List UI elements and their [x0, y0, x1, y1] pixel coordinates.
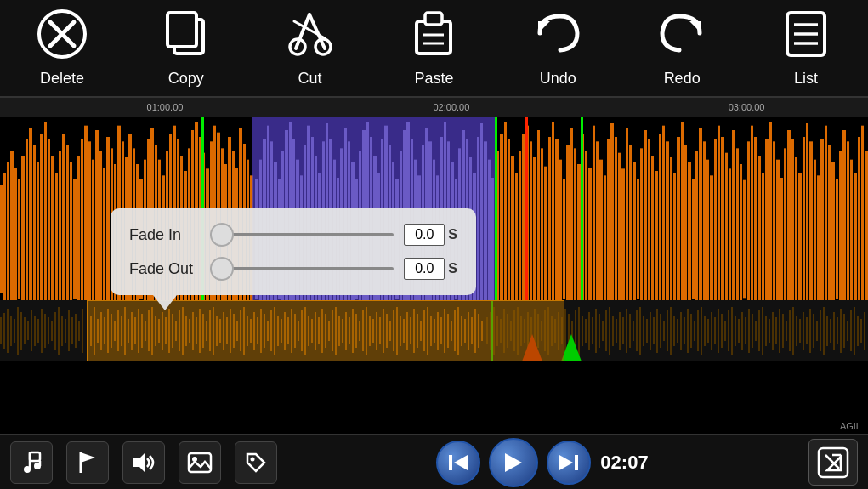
bottom-left-buttons: [10, 441, 277, 484]
svg-rect-528: [449, 455, 452, 470]
svg-rect-284: [82, 309, 83, 353]
fade-out-slider[interactable]: [210, 267, 394, 270]
svg-rect-157: [743, 180, 746, 299]
time-marker-2: 02:00.00: [433, 102, 469, 112]
svg-rect-502: [826, 316, 828, 346]
waveform-area[interactable]: 01:00.00 02:00.00 03:00.00: [0, 98, 868, 361]
svg-rect-476: [738, 319, 740, 343]
svg-rect-446: [636, 310, 638, 351]
svg-rect-119: [604, 175, 606, 302]
svg-rect-496: [806, 317, 808, 344]
svg-rect-273: [44, 314, 46, 348]
svg-rect-459: [680, 312, 682, 350]
svg-rect-124: [621, 168, 625, 309]
svg-point-527: [251, 457, 255, 461]
play-icon: [503, 452, 524, 474]
svg-rect-277: [58, 307, 60, 355]
image-icon: [187, 452, 213, 474]
redo-button[interactable]: Redo: [631, 9, 733, 88]
copy-button[interactable]: Copy: [135, 9, 237, 88]
svg-rect-454: [663, 321, 665, 341]
svg-marker-532: [559, 455, 573, 470]
music-note-button[interactable]: [10, 441, 53, 484]
svg-rect-260: [0, 317, 2, 344]
flag-button[interactable]: [66, 441, 109, 484]
svg-rect-442: [622, 317, 624, 344]
svg-rect-182: [836, 179, 838, 299]
undo-button[interactable]: Undo: [507, 9, 609, 88]
svg-rect-452: [656, 309, 658, 353]
fade-in-unit: S: [448, 227, 457, 242]
time-marker-3: 03:00.00: [729, 102, 765, 112]
svg-rect-272: [41, 309, 43, 353]
svg-rect-108: [563, 179, 565, 299]
svg-rect-450: [650, 312, 651, 350]
svg-rect-468: [711, 312, 712, 350]
svg-rect-473: [728, 310, 729, 351]
svg-rect-475: [735, 316, 736, 346]
svg-rect-187: [854, 173, 857, 305]
fade-in-value[interactable]: [404, 224, 445, 246]
cut-button[interactable]: Cut: [259, 9, 361, 88]
svg-rect-511: [857, 316, 859, 346]
fade-in-slider[interactable]: [210, 233, 394, 236]
svg-rect-432: [588, 312, 590, 350]
fade-out-value[interactable]: [404, 258, 445, 280]
svg-rect-123: [618, 153, 621, 326]
svg-marker-529: [454, 455, 468, 470]
undo-label: Undo: [540, 70, 576, 88]
svg-rect-276: [54, 312, 56, 350]
svg-rect-510: [854, 307, 855, 355]
mini-waveform-strip[interactable]: [0, 300, 868, 361]
svg-rect-167: [780, 178, 783, 300]
svg-rect-176: [814, 160, 816, 319]
play-button[interactable]: [489, 438, 538, 487]
svg-rect-45: [92, 160, 94, 319]
svg-rect-437: [605, 310, 607, 351]
svg-rect-443: [626, 309, 627, 353]
svg-rect-466: [704, 316, 706, 346]
svg-marker-530: [505, 453, 522, 472]
svg-rect-156: [740, 164, 742, 314]
paste-button[interactable]: Paste: [383, 9, 485, 88]
svg-rect-11: [425, 13, 442, 25]
svg-marker-15: [689, 21, 701, 33]
export-icon: [817, 446, 849, 479]
svg-rect-143: [692, 179, 695, 299]
svg-rect-128: [637, 179, 639, 299]
svg-rect-513: [864, 312, 865, 350]
delete-label: Delete: [40, 70, 84, 88]
skip-back-button[interactable]: [436, 441, 480, 485]
image-button[interactable]: [179, 441, 221, 484]
svg-rect-26: [21, 156, 25, 322]
svg-rect-148: [710, 175, 713, 302]
list-button[interactable]: List: [755, 9, 857, 88]
volume-button[interactable]: [122, 441, 165, 484]
svg-rect-471: [721, 314, 723, 348]
timeline: 01:00.00 02:00.00 03:00.00: [0, 98, 868, 117]
toolbar: Delete Copy Cut: [0, 0, 868, 98]
fade-in-row: Fade In S: [129, 224, 457, 246]
svg-rect-133: [655, 171, 658, 307]
svg-rect-482: [758, 310, 760, 351]
export-button[interactable]: [808, 439, 858, 486]
svg-rect-463: [694, 321, 695, 341]
svg-rect-453: [660, 314, 661, 348]
svg-rect-142: [688, 162, 691, 316]
svg-rect-451: [653, 317, 655, 344]
svg-rect-107: [559, 160, 562, 319]
copy-icon: [164, 9, 208, 65]
tag-button[interactable]: [235, 441, 277, 484]
svg-rect-171: [795, 157, 797, 321]
svg-rect-458: [677, 319, 678, 343]
svg-rect-255: [491, 178, 494, 300]
svg-rect-440: [616, 319, 617, 343]
delete-button[interactable]: Delete: [11, 9, 113, 88]
skip-forward-button[interactable]: [547, 441, 591, 485]
svg-rect-441: [619, 312, 621, 350]
svg-rect-508: [847, 321, 848, 341]
svg-rect-267: [24, 317, 26, 344]
svg-rect-21: [3, 173, 6, 305]
waveform-canvas[interactable]: Fade In S Fade Out S: [0, 117, 868, 361]
svg-rect-497: [809, 309, 811, 353]
